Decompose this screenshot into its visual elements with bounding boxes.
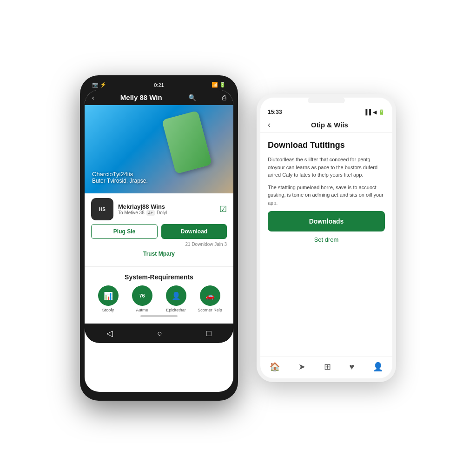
req-item-scorner: 🚗 Scorner Relp bbox=[196, 285, 224, 312]
right-header-title: Otip & Wiis bbox=[274, 121, 385, 129]
left-status-right-icons: 📶 🔋 bbox=[212, 82, 226, 88]
hero-overlay: CharcioTyi24iis Butor Tvirosid, Jrapse. bbox=[92, 171, 148, 184]
scroll-indicator bbox=[91, 312, 227, 320]
checkbox-icon: ☑ bbox=[219, 204, 227, 214]
search-icon[interactable]: 🔍 bbox=[188, 94, 196, 101]
left-status-bar: 📷 ⚡ 0:21 📶 🔋 bbox=[85, 80, 233, 90]
app-sub-right: Dolyl bbox=[157, 210, 167, 215]
rnav-grid-icon[interactable]: ⊞ bbox=[324, 362, 331, 372]
rnav-forward-icon[interactable]: ➤ bbox=[298, 362, 305, 372]
right-app-header: ‹ Otip & Wiis bbox=[260, 117, 392, 133]
right-bottom-nav: 🏠 ➤ ⊞ ♥ 👤 bbox=[260, 357, 392, 378]
req-label-scorner: Scorner Relp bbox=[198, 308, 222, 312]
action-buttons: Plug Sie Download bbox=[91, 224, 227, 239]
req-icons: 📊 Stoofy 76 Autme 👤 Epicitethar 🚗 Scorne… bbox=[91, 285, 227, 312]
nav-home-icon[interactable]: ○ bbox=[157, 329, 162, 338]
age-badge: 4+ bbox=[146, 210, 155, 216]
right-time: 15:33 bbox=[268, 109, 282, 115]
left-status-left-icons: 📷 ⚡ bbox=[92, 82, 106, 88]
trust-link[interactable]: Trust Mpary bbox=[91, 249, 227, 259]
bottom-nav-left: ◁ ○ □ bbox=[85, 324, 233, 343]
right-back-button[interactable]: ‹ bbox=[268, 120, 271, 130]
plug-sie-button[interactable]: Plug Sie bbox=[91, 224, 158, 239]
app-subtitle: To Metive 38 4+ Dolyl bbox=[118, 210, 215, 216]
set-reminder-link[interactable]: Set drem bbox=[268, 236, 385, 243]
req-item-stoofy: 📊 Stoofy bbox=[94, 285, 122, 312]
rnav-home-icon[interactable]: 🏠 bbox=[270, 362, 280, 372]
req-icon-autme: 76 bbox=[132, 285, 152, 306]
app-info-section: HS Mekrlay|88 Wins To Metive 38 4+ Dolyl… bbox=[85, 193, 233, 264]
phone-in-hand-illustration bbox=[162, 111, 212, 174]
app-icon-text: HS bbox=[99, 207, 106, 212]
req-item-epicitethar: 👤 Epicitethar bbox=[162, 285, 190, 312]
system-req-title: System-Requirements bbox=[91, 273, 227, 281]
signal-icon: ▐▐ bbox=[364, 109, 371, 115]
tutorial-para-1: Diutcorlleas the s lifter that conceed f… bbox=[268, 156, 385, 179]
app-icon: HS bbox=[91, 198, 113, 220]
download-count: 21 Downldow Jain 3 bbox=[91, 242, 227, 247]
download-button-left[interactable]: Download bbox=[161, 224, 227, 239]
rnav-profile-icon[interactable]: 👤 bbox=[373, 362, 383, 372]
hero-line1: CharcioTyi24iis bbox=[92, 171, 148, 178]
camera-notch bbox=[308, 98, 345, 103]
app-details: Mekrlay|88 Wins To Metive 38 4+ Dolyl bbox=[118, 203, 215, 216]
req-label-autme: Autme bbox=[136, 308, 148, 312]
share-icon[interactable]: ⎙ bbox=[222, 94, 226, 101]
phone-left: 📷 ⚡ 0:21 📶 🔋 ‹ Melly 88 Win 🔍 ⎙ CharcioT… bbox=[80, 75, 238, 401]
right-phone-inner: 15:33 ▐▐ ◀ 🔋 ‹ Otip & Wiis Download Tuti… bbox=[260, 98, 392, 378]
right-status-icons: ▐▐ ◀ 🔋 bbox=[364, 109, 385, 115]
left-app-header: ‹ Melly 88 Win 🔍 ⎙ bbox=[85, 90, 233, 105]
app-sub-text: To Metive 38 bbox=[118, 210, 145, 215]
left-status-time: 0:21 bbox=[154, 82, 164, 88]
rnav-heart-icon[interactable]: ♥ bbox=[350, 362, 355, 372]
left-phone-inner: ‹ Melly 88 Win 🔍 ⎙ CharcioTyi24iis Butor… bbox=[85, 90, 233, 392]
left-header-title: Melly 88 Win bbox=[120, 93, 162, 101]
req-icon-scorner: 🚗 bbox=[200, 285, 220, 306]
wifi-icon: ◀ bbox=[373, 109, 377, 115]
divider bbox=[85, 266, 233, 267]
req-icon-epicitethar: 👤 bbox=[166, 285, 186, 306]
req-icon-stoofy: 📊 bbox=[98, 285, 119, 306]
app-row: HS Mekrlay|88 Wins To Metive 38 4+ Dolyl… bbox=[91, 198, 227, 220]
req-item-autme: 76 Autme bbox=[128, 285, 156, 312]
nav-recents-icon[interactable]: □ bbox=[206, 329, 212, 338]
system-requirements-section: System-Requirements 📊 Stoofy 76 Autme 👤 … bbox=[85, 270, 233, 324]
nav-back-icon[interactable]: ◁ bbox=[106, 328, 113, 338]
right-content: Download Tutitings Diutcorlleas the s li… bbox=[260, 133, 392, 357]
download-button-right[interactable]: Downloads bbox=[268, 211, 385, 231]
left-back-button[interactable]: ‹ bbox=[92, 94, 94, 101]
req-label-stoofy: Stoofy bbox=[102, 308, 114, 312]
battery-icon: 🔋 bbox=[378, 109, 385, 115]
download-tutorial-title: Download Tutitings bbox=[268, 140, 385, 150]
hero-line2: Butor Tvirosid, Jrapse. bbox=[92, 178, 148, 184]
scene: 📷 ⚡ 0:21 📶 🔋 ‹ Melly 88 Win 🔍 ⎙ CharcioT… bbox=[0, 0, 476, 476]
phone-right: 15:33 ▐▐ ◀ 🔋 ‹ Otip & Wiis Download Tuti… bbox=[257, 94, 396, 382]
req-label-epicitethar: Epicitethar bbox=[166, 308, 186, 312]
hero-image: CharcioTyi24iis Butor Tvirosid, Jrapse. bbox=[85, 105, 233, 193]
app-name: Mekrlay|88 Wins bbox=[118, 203, 215, 210]
right-status-bar: 15:33 ▐▐ ◀ 🔋 bbox=[260, 105, 392, 117]
tutorial-para-2: The stattling pumeload horre, save is to… bbox=[268, 184, 385, 207]
scroll-bar bbox=[140, 315, 178, 317]
